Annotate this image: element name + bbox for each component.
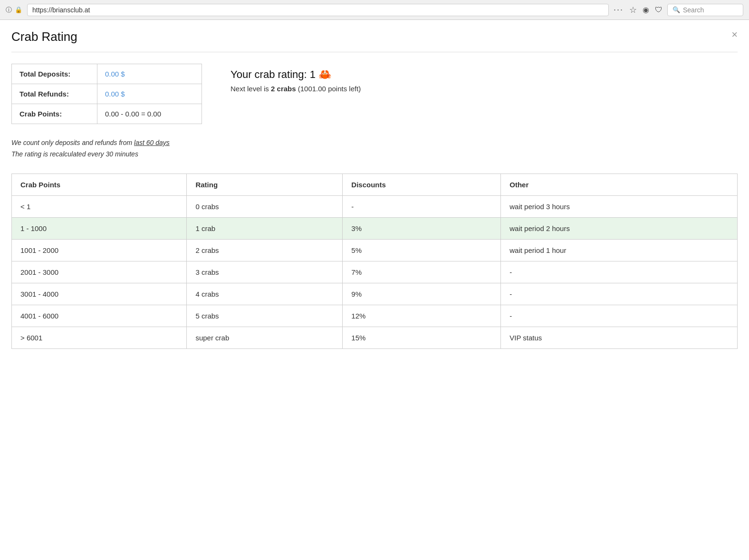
total-deposits-value: 0.00 $: [97, 64, 202, 84]
table-cell-3: -: [501, 305, 738, 327]
col-header-other: Other: [501, 174, 738, 195]
table-row: 1001 - 20002 crabs5%wait period 1 hour: [12, 239, 738, 261]
table-cell-2: 15%: [343, 327, 501, 348]
table-cell-2: 12%: [343, 305, 501, 327]
crab-rating-prefix: Your crab rating:: [230, 68, 310, 80]
table-cell-0: 2001 - 3000: [12, 261, 187, 283]
stats-table: Total Deposits: 0.00 $ Total Refunds: 0.…: [11, 64, 202, 124]
last-60-days-link[interactable]: last 60 days: [134, 139, 170, 146]
table-row: < 10 crabs-wait period 3 hours: [12, 195, 738, 217]
table-row: 3001 - 40004 crabs9%-: [12, 283, 738, 305]
total-refunds-label: Total Refunds:: [12, 84, 97, 104]
table-row: 4001 - 60005 crabs12%-: [12, 305, 738, 327]
shield-icon[interactable]: 🛡: [655, 6, 663, 14]
notes-section: We count only deposits and refunds from …: [11, 137, 738, 160]
table-cell-3: wait period 3 hours: [501, 195, 738, 217]
note-line1: We count only deposits and refunds from …: [11, 137, 738, 149]
total-refunds-value: 0.00 $: [97, 84, 202, 104]
table-cell-1: 2 crabs: [187, 239, 343, 261]
crab-rating-subtitle: Next level is 2 crabs (1001.00 points le…: [230, 85, 361, 93]
table-cell-3: wait period 2 hours: [501, 217, 738, 239]
browser-security-icons: ⓘ 🔒: [6, 6, 22, 14]
rating-table: Crab PointsRatingDiscountsOther < 10 cra…: [11, 174, 738, 349]
info-icon: ⓘ: [6, 6, 12, 14]
total-deposits-row: Total Deposits: 0.00 $: [12, 64, 202, 84]
next-level-suffix: (1001.00 points left): [296, 85, 361, 93]
crab-points-label: Crab Points:: [12, 104, 97, 124]
search-box[interactable]: 🔍 Search: [667, 4, 743, 16]
crab-rating-title: Your crab rating: 1 🦀: [230, 68, 361, 81]
table-cell-2: -: [343, 195, 501, 217]
table-cell-1: 3 crabs: [187, 261, 343, 283]
table-cell-0: < 1: [12, 195, 187, 217]
browser-actions: ··· ☆ ◉ 🛡: [614, 5, 663, 15]
table-cell-3: -: [501, 283, 738, 305]
table-cell-1: 0 crabs: [187, 195, 343, 217]
table-cell-1: 5 crabs: [187, 305, 343, 327]
table-cell-2: 3%: [343, 217, 501, 239]
star-icon[interactable]: ☆: [629, 5, 637, 15]
page-title: Crab Rating: [11, 29, 77, 44]
table-cell-3: VIP status: [501, 327, 738, 348]
address-bar[interactable]: https://briansclub.at: [27, 4, 609, 16]
table-cell-1: super crab: [187, 327, 343, 348]
table-cell-3: wait period 1 hour: [501, 239, 738, 261]
more-icon[interactable]: ···: [614, 5, 624, 15]
table-cell-3: -: [501, 261, 738, 283]
col-header-crab-points: Crab Points: [12, 174, 187, 195]
table-cell-0: 1001 - 2000: [12, 239, 187, 261]
col-header-discounts: Discounts: [343, 174, 501, 195]
table-row: 2001 - 30003 crabs7%-: [12, 261, 738, 283]
table-cell-0: 1 - 1000: [12, 217, 187, 239]
table-cell-0: 3001 - 4000: [12, 283, 187, 305]
table-cell-1: 4 crabs: [187, 283, 343, 305]
crab-rating-display: Your crab rating: 1 🦀 Next level is 2 cr…: [230, 64, 361, 124]
next-level-prefix: Next level is: [230, 85, 271, 93]
lock-icon: 🔒: [15, 6, 22, 13]
table-header-row: Crab PointsRatingDiscountsOther: [12, 174, 738, 195]
note-line1-prefix: We count only deposits and refunds from: [11, 139, 134, 146]
crab-emoji: 🦀: [318, 68, 331, 80]
table-cell-2: 5%: [343, 239, 501, 261]
page-header: Crab Rating ×: [11, 29, 738, 52]
table-cell-0: 4001 - 6000: [12, 305, 187, 327]
search-placeholder: Search: [683, 6, 704, 14]
table-cell-0: > 6001: [12, 327, 187, 348]
browser-chrome: ⓘ 🔒 https://briansclub.at ··· ☆ ◉ 🛡 🔍 Se…: [0, 0, 749, 20]
crab-points-row: Crab Points: 0.00 - 0.00 = 0.00: [12, 104, 202, 124]
table-row: > 6001super crab15%VIP status: [12, 327, 738, 348]
crab-points-value: 0.00 - 0.00 = 0.00: [97, 104, 202, 124]
total-refunds-row: Total Refunds: 0.00 $: [12, 84, 202, 104]
close-button[interactable]: ×: [731, 29, 738, 40]
url-text: https://briansclub.at: [32, 6, 90, 14]
table-cell-2: 9%: [343, 283, 501, 305]
col-header-rating: Rating: [187, 174, 343, 195]
page-content: Crab Rating × Total Deposits: 0.00 $ Tot…: [0, 20, 749, 358]
table-row: 1 - 10001 crab3%wait period 2 hours: [12, 217, 738, 239]
note-line2: The rating is recalculated every 30 minu…: [11, 149, 738, 160]
summary-section: Total Deposits: 0.00 $ Total Refunds: 0.…: [11, 64, 738, 124]
total-deposits-label: Total Deposits:: [12, 64, 97, 84]
crab-rating-level: 1: [310, 68, 316, 80]
next-level-bold: 2 crabs: [271, 85, 296, 93]
table-cell-2: 7%: [343, 261, 501, 283]
table-cell-1: 1 crab: [187, 217, 343, 239]
eye-icon[interactable]: ◉: [643, 5, 649, 14]
search-icon: 🔍: [672, 6, 680, 13]
